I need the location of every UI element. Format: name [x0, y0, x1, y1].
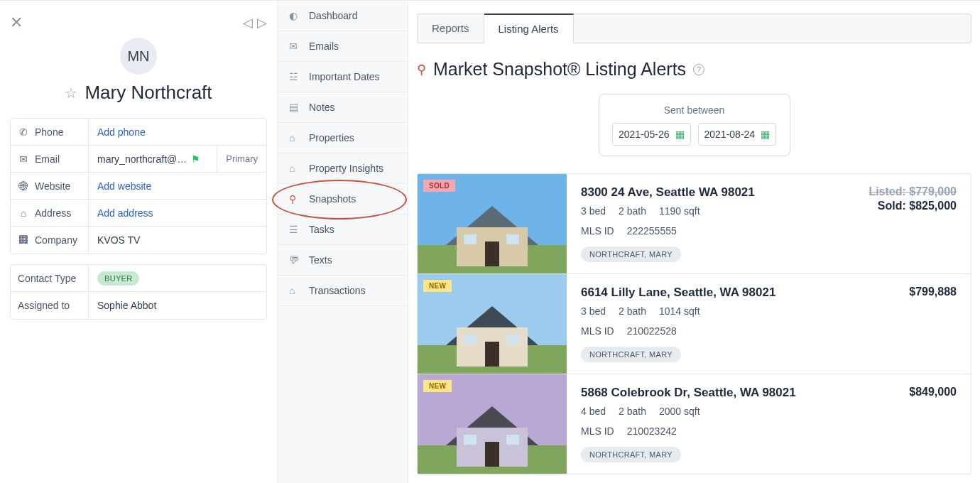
listing-image: SOLD — [418, 174, 567, 273]
svg-rect-6 — [506, 234, 519, 244]
next-contact-icon[interactable]: ▷ — [257, 15, 267, 31]
mls-label: MLS ID — [581, 425, 614, 437]
nav-label: Transactions — [309, 285, 366, 296]
calendar-star-icon: ☳ — [289, 71, 300, 82]
date-from-value: 2021-05-26 — [619, 129, 670, 140]
help-icon[interactable]: ? — [693, 64, 704, 75]
mls-label: MLS ID — [581, 325, 614, 337]
contact-panel: ✕ ◁ ▷ MN ☆ Mary Northcraft ✆Phone Add ph… — [0, 1, 277, 483]
price: $849,000 — [909, 386, 957, 398]
website-label: Website — [35, 180, 70, 192]
mls-id: 210022528 — [627, 325, 677, 337]
listing-image: NEW — [418, 274, 567, 374]
email-primary-tag: Primary — [217, 146, 266, 172]
listing-beds: 3 bed — [581, 305, 606, 317]
nav-property-insights[interactable]: ⌂Property Insights — [278, 153, 408, 184]
agent-chip: NORTHCRAFT, MARY — [581, 246, 681, 262]
company-label: Company — [35, 234, 77, 246]
note-icon: ▤ — [289, 102, 300, 113]
add-website-link[interactable]: Add website — [89, 173, 266, 199]
svg-rect-11 — [485, 342, 499, 367]
email-icon: ✉ — [18, 153, 29, 165]
tabs: Reports Listing Alerts — [417, 13, 971, 43]
listing-beds: 4 bed — [581, 406, 606, 417]
listing-beds: 3 bed — [581, 205, 606, 217]
phone-label: Phone — [35, 126, 63, 138]
page-title: Market Snapshot® Listing Alerts — [433, 59, 686, 80]
date-filter: Sent between 2021-05-26▦ 2021-08-24▦ — [599, 94, 790, 156]
globe-icon: 🌐︎ — [18, 180, 29, 192]
listing-badge: SOLD — [423, 180, 455, 192]
listing-badge: NEW — [423, 380, 452, 392]
contact-type-badge: BUYER — [97, 271, 139, 286]
date-filter-label: Sent between — [611, 104, 778, 116]
listing-sqft: 2000 sqft — [659, 406, 700, 417]
add-address-link[interactable]: Add address — [89, 200, 266, 226]
clipboard-icon: ☰ — [289, 224, 300, 235]
calendar-icon: ▦ — [761, 129, 770, 140]
nav-texts[interactable]: 💬︎Texts — [278, 245, 408, 276]
nav-dashboard[interactable]: ◐Dashboard — [278, 1, 408, 31]
svg-rect-18 — [485, 442, 499, 467]
listing-baths: 2 bath — [619, 406, 646, 417]
nav-label: Snapshots — [309, 193, 356, 205]
gauge-icon: ◐ — [289, 10, 300, 21]
assigned-label: Assigned to — [18, 300, 70, 311]
close-icon[interactable]: ✕ — [10, 15, 23, 31]
mls-id: 222255555 — [627, 225, 677, 237]
email-label: Email — [35, 153, 60, 165]
contact-nav: ◐Dashboard ✉Emails ☳Important Dates ▤Not… — [277, 1, 408, 483]
listing-address: 5868 Colebrook Dr, Seattle, WA 98021 — [581, 386, 909, 400]
listing-row[interactable]: NEW 6614 Lilly Lane, Seattle, WA 98021 3… — [418, 274, 971, 374]
nav-properties[interactable]: ⌂Properties — [278, 123, 408, 153]
listing-badge: NEW — [423, 280, 452, 292]
listing-address: 6614 Lilly Lane, Seattle, WA 98021 — [581, 286, 909, 300]
nav-snapshots[interactable]: ⚲Snapshots — [278, 184, 408, 215]
contact-name: Mary Northcraft — [85, 82, 212, 104]
listing-sqft: 1190 sqft — [659, 205, 700, 217]
email-value: mary_northcraft@… — [97, 153, 187, 165]
prev-contact-icon[interactable]: ◁ — [243, 15, 253, 31]
house-eye-icon: ⌂ — [289, 163, 300, 174]
main-content: Reports Listing Alerts ⚲ Market Snapshot… — [408, 1, 980, 483]
money-house-icon: ⌂ — [289, 285, 300, 296]
date-to-input[interactable]: 2021-08-24▦ — [698, 123, 777, 146]
nav-label: Important Dates — [309, 71, 380, 82]
listing-baths: 2 bath — [619, 305, 646, 317]
nav-important-dates[interactable]: ☳Important Dates — [278, 62, 408, 92]
add-phone-link[interactable]: Add phone — [89, 119, 266, 145]
date-to-value: 2021-08-24 — [704, 129, 756, 140]
nav-tasks[interactable]: ☰Tasks — [278, 215, 408, 245]
svg-rect-5 — [464, 234, 477, 244]
svg-rect-19 — [464, 435, 477, 445]
price-sold: Sold: $825,000 — [869, 200, 957, 212]
listing-row[interactable]: SOLD 8300 24 Ave, Seattle WA 98021 3 bed… — [418, 174, 971, 274]
tab-listing-alerts[interactable]: Listing Alerts — [484, 13, 574, 43]
nav-label: Properties — [309, 132, 354, 143]
phone-icon: ✆ — [18, 126, 29, 138]
tab-reports[interactable]: Reports — [418, 14, 484, 43]
avatar: MN — [120, 38, 157, 75]
contact-meta-table: Contact Type BUYER Assigned to Sophie Ab… — [10, 264, 267, 320]
star-icon[interactable]: ☆ — [65, 85, 77, 102]
nav-label: Property Insights — [309, 163, 383, 174]
listing-row[interactable]: NEW 5868 Colebrook Dr, Seattle, WA 98021… — [418, 374, 971, 474]
pin-icon: ⚲ — [417, 62, 426, 77]
chat-icon: 💬︎ — [289, 254, 300, 266]
nav-label: Dashboard — [309, 10, 358, 21]
nav-emails[interactable]: ✉Emails — [278, 31, 408, 62]
address-label: Address — [35, 207, 71, 219]
contact-type-label: Contact Type — [18, 273, 76, 284]
svg-rect-20 — [506, 435, 519, 445]
svg-rect-4 — [485, 242, 499, 266]
listing-image: NEW — [418, 374, 567, 474]
building-icon: 🏢︎ — [18, 234, 29, 246]
mls-id: 210023242 — [627, 425, 677, 437]
contact-info-table: ✆Phone Add phone ✉Email mary_northcraft@… — [10, 118, 267, 254]
nav-label: Emails — [309, 40, 339, 52]
date-from-input[interactable]: 2021-05-26▦ — [612, 123, 691, 146]
nav-notes[interactable]: ▤Notes — [278, 92, 408, 123]
nav-transactions[interactable]: ⌂Transactions — [278, 276, 408, 306]
listing-address: 8300 24 Ave, Seattle WA 98021 — [581, 185, 869, 200]
svg-rect-12 — [464, 335, 477, 344]
